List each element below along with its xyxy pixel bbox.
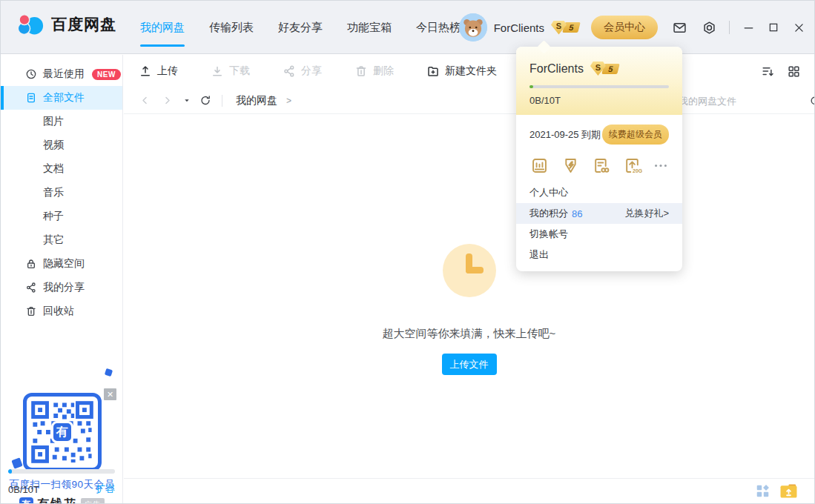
sidebar-item-others[interactable]: 其它 bbox=[1, 228, 122, 252]
sidebar-item-my-shares[interactable]: 我的分享 bbox=[1, 276, 122, 299]
new-folder-label: 新建文件夹 bbox=[445, 64, 497, 78]
grid-view-icon[interactable] bbox=[787, 64, 801, 79]
points-label: 我的积分 bbox=[529, 207, 568, 220]
sidebar-item-music[interactable]: 音乐 bbox=[1, 181, 122, 205]
menu-my-points[interactable]: 我的积分 86 兑换好礼> bbox=[516, 203, 682, 224]
vip-center-button[interactable]: 会员中心 bbox=[591, 16, 658, 39]
sidebar-item-all-files[interactable]: 全部文件 bbox=[1, 86, 122, 110]
storage-usage: 0B/10T bbox=[8, 484, 39, 495]
download-button[interactable]: 下载 bbox=[211, 64, 250, 78]
sidebar-item-images[interactable]: 图片 bbox=[1, 110, 122, 133]
expand-storage-link[interactable]: 扩容 bbox=[96, 483, 115, 496]
search-input[interactable] bbox=[679, 96, 809, 107]
history-dropdown-icon[interactable] bbox=[183, 95, 191, 107]
upload-button[interactable]: 上传 bbox=[139, 64, 178, 78]
header-divider bbox=[729, 21, 730, 34]
upload-icon bbox=[139, 64, 152, 78]
speed-download-privilege-icon[interactable] bbox=[561, 156, 581, 176]
sidebar-item-label: 视频 bbox=[43, 139, 64, 152]
unlimited-transfer-privilege-icon[interactable] bbox=[591, 156, 611, 176]
storage-progress-fill bbox=[8, 469, 12, 474]
sidebar: 最近使用 NEW 全部文件 图片 视频 文档 音乐 种子 其它 隐藏空间 我的分… bbox=[1, 55, 123, 503]
sort-icon[interactable] bbox=[761, 64, 775, 79]
sidebar-item-label: 音乐 bbox=[43, 186, 64, 199]
nav-divider bbox=[222, 95, 222, 107]
tab-toolbox[interactable]: 功能宝箱 bbox=[347, 1, 392, 54]
ad-close-icon[interactable]: ✕ bbox=[104, 388, 116, 400]
sidebar-item-recent[interactable]: 最近使用 NEW bbox=[1, 62, 122, 86]
forward-icon[interactable] bbox=[161, 95, 173, 107]
brand-logo-icon: 有 bbox=[19, 497, 33, 504]
panel-storage-progressbar bbox=[529, 85, 669, 88]
sidebar-item-label: 回收站 bbox=[43, 305, 74, 318]
new-folder-icon bbox=[426, 64, 440, 78]
upload-folder-icon[interactable] bbox=[779, 483, 798, 499]
menu-logout[interactable]: 退出 bbox=[516, 245, 682, 265]
empty-message: 超大空间等你来填满，快来上传吧~ bbox=[124, 327, 814, 341]
upload-quota-privilege-icon[interactable]: 20G bbox=[622, 156, 642, 176]
panel-member-badge: S 5 bbox=[590, 62, 618, 76]
renew-vip-button[interactable]: 续费超级会员 bbox=[602, 125, 669, 145]
share-button[interactable]: 分享 bbox=[283, 64, 322, 78]
breadcrumb[interactable]: 我的网盘 bbox=[236, 94, 277, 107]
bottom-bar bbox=[124, 478, 814, 503]
qr-decoration bbox=[105, 368, 113, 377]
expiry-date: 2021-09-25 到期 bbox=[529, 128, 601, 142]
new-folder-button[interactable]: 新建文件夹 bbox=[426, 64, 497, 78]
trash-icon bbox=[25, 305, 37, 317]
mail-icon[interactable] bbox=[671, 19, 687, 36]
ad-brand-row: 有 有钱花 广告 bbox=[1, 497, 123, 504]
menu-switch-account[interactable]: 切换帐号 bbox=[516, 224, 682, 245]
redeem-gifts-link[interactable]: 兑换好礼> bbox=[624, 207, 669, 220]
tab-transfer-list[interactable]: 传输列表 bbox=[209, 1, 254, 54]
sidebar-item-documents[interactable]: 文档 bbox=[1, 157, 122, 181]
clock-placeholder-icon bbox=[443, 244, 496, 297]
delete-button[interactable]: 删除 bbox=[354, 64, 394, 78]
view-controls bbox=[761, 55, 801, 87]
search-icon[interactable] bbox=[809, 95, 815, 107]
sidebar-item-recycle-bin[interactable]: 回收站 bbox=[1, 299, 122, 323]
trash-icon bbox=[354, 64, 368, 78]
qr-center-logo: 有 bbox=[51, 421, 73, 443]
settings-icon[interactable] bbox=[701, 19, 717, 36]
user-name[interactable]: ForClients bbox=[494, 21, 544, 34]
sidebar-item-videos[interactable]: 视频 bbox=[1, 133, 122, 157]
breadcrumb-chevron-icon: > bbox=[286, 96, 291, 106]
main-tabs: 我的网盘 传输列表 好友分享 功能宝箱 今日热榜 bbox=[140, 1, 461, 54]
tab-trending[interactable]: 今日热榜 bbox=[416, 1, 461, 54]
upload-file-button[interactable]: 上传文件 bbox=[442, 354, 497, 375]
sidebar-item-label: 全部文件 bbox=[43, 91, 85, 105]
qr-code: 有 bbox=[23, 393, 102, 471]
user-panel-header: ForClients S 5 0B/10T bbox=[516, 47, 682, 115]
minimize-button[interactable] bbox=[742, 21, 755, 34]
main-area: 上传 下载 分享 删除 新建文件夹 离线下载 bbox=[124, 55, 814, 503]
apps-grid-icon[interactable] bbox=[756, 484, 770, 498]
capacity-privilege-icon[interactable] bbox=[529, 156, 550, 176]
app-title: 百度网盘 bbox=[51, 14, 116, 35]
navigation-row: 我的网盘 > bbox=[124, 87, 814, 114]
back-icon[interactable] bbox=[139, 95, 151, 107]
sidebar-item-label: 我的分享 bbox=[43, 281, 85, 294]
sidebar-item-hidden-space[interactable]: 隐藏空间 bbox=[1, 252, 122, 276]
file-icon bbox=[25, 92, 37, 104]
maximize-button[interactable] bbox=[767, 21, 780, 34]
refresh-icon[interactable] bbox=[199, 95, 211, 107]
more-privileges-icon[interactable] bbox=[653, 156, 669, 176]
tab-my-drive[interactable]: 我的网盘 bbox=[140, 1, 185, 54]
search-box bbox=[679, 87, 799, 114]
sidebar-item-label: 图片 bbox=[43, 115, 64, 128]
avatar[interactable] bbox=[459, 13, 487, 42]
clock-icon bbox=[25, 68, 37, 80]
bear-avatar-icon bbox=[459, 13, 487, 42]
storage-summary: 0B/10T 扩容 bbox=[8, 469, 115, 496]
sidebar-list: 最近使用 NEW 全部文件 图片 视频 文档 音乐 种子 其它 隐藏空间 我的分… bbox=[1, 55, 122, 323]
user-panel: ForClients S 5 0B/10T 2021-09-25 到期 续费超级… bbox=[516, 47, 682, 271]
sidebar-item-torrents[interactable]: 种子 bbox=[1, 205, 122, 228]
download-icon bbox=[211, 64, 224, 78]
upload-label: 上传 bbox=[157, 64, 178, 78]
close-button[interactable] bbox=[792, 21, 805, 34]
privilege-icons-row: 20G bbox=[516, 145, 682, 182]
membership-expiry-row: 2021-09-25 到期 续费超级会员 bbox=[516, 115, 682, 145]
tab-friend-share[interactable]: 好友分享 bbox=[278, 1, 323, 54]
menu-profile-center[interactable]: 个人中心 bbox=[516, 182, 682, 203]
